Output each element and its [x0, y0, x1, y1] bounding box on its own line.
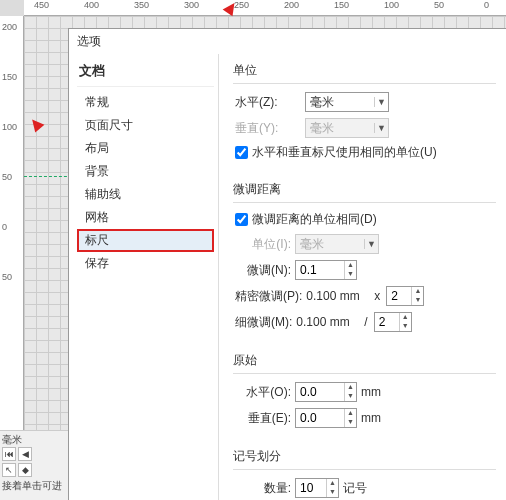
ticks-suffix: 记号 [343, 480, 367, 497]
spin-up-icon: ▲ [412, 287, 423, 296]
micro-nudge-div-input[interactable]: ▲▼ [374, 312, 412, 332]
options-dialog: 选项 文档 常规 页面尺寸 布局 背景 辅助线 网格 标尺 保存 单位 水平(Z… [68, 28, 506, 500]
sidebar-item-grid[interactable]: 网格 [77, 206, 214, 229]
nudge-group: 微调距离 微调距离的单位相同(D) 单位(I): 毫米▼ 微调(N): [233, 181, 496, 342]
bottom-toolbar: 毫米 ⏮◀ ↖◆ 接着单击可进 [0, 430, 68, 500]
origin-title: 原始 [233, 352, 496, 369]
sidebar-item-page-size[interactable]: 页面尺寸 [77, 114, 214, 137]
same-units-checkbox[interactable]: 水平和垂直标尺使用相同的单位(U) [235, 144, 494, 161]
horiz-unit-combo[interactable]: 毫米▼ [305, 92, 389, 112]
vert-unit-label: 垂直(Y): [235, 120, 305, 137]
vertical-ruler: 200 150 100 50 0 50 [0, 16, 24, 500]
horizontal-ruler: 450 400 350 300 250 200 150 100 50 0 [24, 0, 506, 16]
shape-icon: ◆ [18, 463, 32, 477]
sidebar-item-guides[interactable]: 辅助线 [77, 183, 214, 206]
spin-down-icon: ▼ [412, 296, 423, 305]
origin-horiz-label: 水平(O): [235, 384, 295, 401]
spin-down-icon: ▼ [327, 488, 338, 497]
horiz-unit-label: 水平(Z): [235, 94, 305, 111]
sidebar-nav: 常规 页面尺寸 布局 背景 辅助线 网格 标尺 保存 [77, 86, 214, 275]
origin-horiz-input[interactable]: ▲▼ [295, 382, 357, 402]
spin-down-icon: ▼ [345, 270, 356, 279]
sidebar-item-rulers[interactable]: 标尺 [77, 229, 214, 252]
status-text: 接着单击可进 [2, 479, 66, 493]
unit-mm: mm [361, 385, 381, 399]
spin-up-icon: ▲ [327, 479, 338, 488]
spin-up-icon: ▲ [345, 261, 356, 270]
spin-down-icon: ▼ [345, 418, 356, 427]
spin-up-icon: ▲ [400, 313, 411, 322]
pointer-icon: ↖ [2, 463, 16, 477]
spin-down-icon: ▼ [400, 322, 411, 331]
micro-nudge-display: 0.100 mm [296, 315, 360, 329]
units-title: 单位 [233, 62, 496, 79]
units-group: 单位 水平(Z): 毫米▼ 垂直(Y): 毫米▼ [233, 62, 496, 171]
unit-label: 毫米 [2, 433, 66, 447]
nudge-value-input[interactable]: ▲▼ [295, 260, 357, 280]
origin-group: 原始 水平(O): ▲▼ mm 垂直(E): ▲▼ mm [233, 352, 496, 438]
chevron-down-icon: ▼ [374, 97, 388, 107]
super-nudge-label: 精密微调(P): [235, 288, 306, 305]
ticks-count-input[interactable]: ▲▼ [295, 478, 339, 498]
ticks-title: 记号划分 [233, 448, 496, 465]
spin-down-icon: ▼ [345, 392, 356, 401]
prev-page-icon: ◀ [18, 447, 32, 461]
nudge-unit-label: 单位(I): [235, 236, 295, 253]
sidebar-heading: 文档 [77, 60, 214, 86]
first-page-icon: ⏮ [2, 447, 16, 461]
nudge-unit-combo: 毫米▼ [295, 234, 379, 254]
nudge-title: 微调距离 [233, 181, 496, 198]
vert-unit-combo: 毫米▼ [305, 118, 389, 138]
nudge-label: 微调(N): [235, 262, 295, 279]
chevron-down-icon: ▼ [364, 239, 378, 249]
dialog-title: 选项 [69, 29, 506, 54]
spin-up-icon: ▲ [345, 409, 356, 418]
nudge-same-checkbox[interactable]: 微调距离的单位相同(D) [235, 211, 494, 228]
tool-icons[interactable]: ↖◆ [2, 463, 66, 477]
super-nudge-mult-input[interactable]: ▲▼ [386, 286, 424, 306]
spin-up-icon: ▲ [345, 383, 356, 392]
super-nudge-display: 0.100 mm [306, 289, 370, 303]
origin-vert-label: 垂直(E): [235, 410, 295, 427]
sidebar-item-background[interactable]: 背景 [77, 160, 214, 183]
chevron-down-icon: ▼ [374, 123, 388, 133]
unit-mm: mm [361, 411, 381, 425]
sidebar-item-save[interactable]: 保存 [77, 252, 214, 275]
micro-nudge-label: 细微调(M): [235, 314, 296, 331]
page-nav[interactable]: ⏮◀ [2, 447, 66, 461]
dialog-sidebar: 文档 常规 页面尺寸 布局 背景 辅助线 网格 标尺 保存 [69, 54, 219, 500]
origin-vert-input[interactable]: ▲▼ [295, 408, 357, 428]
sidebar-item-layout[interactable]: 布局 [77, 137, 214, 160]
ticks-count-label: 数量: [235, 480, 295, 497]
sidebar-item-general[interactable]: 常规 [77, 91, 214, 114]
ticks-group: 记号划分 数量: ▲▼ 记号 [233, 448, 496, 500]
dialog-main: 单位 水平(Z): 毫米▼ 垂直(Y): 毫米▼ [219, 54, 506, 500]
